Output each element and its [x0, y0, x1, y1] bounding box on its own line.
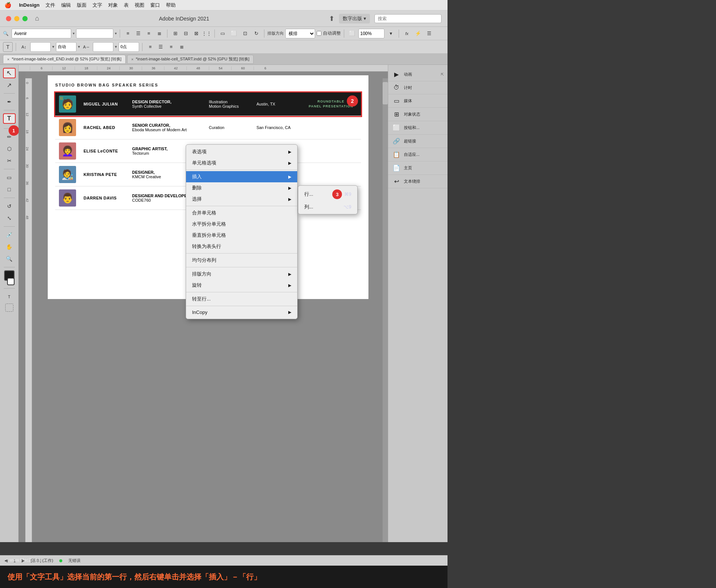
more-icon[interactable]: ☰ — [424, 29, 434, 38]
rp-text-wrap[interactable]: ↩ 文本绕排 — [388, 175, 448, 188]
cm-delete[interactable]: 删除 ▶ — [186, 182, 297, 194]
cm-distribute-cols[interactable]: 均匀分布列 — [186, 255, 297, 266]
menu-layout[interactable]: 版面 — [77, 2, 87, 9]
menu-view[interactable]: 视图 — [135, 2, 144, 9]
menu-text[interactable]: 文字 — [92, 2, 102, 9]
close-button[interactable] — [6, 16, 11, 21]
font-family-input[interactable] — [12, 29, 71, 38]
pen-tool[interactable]: ✒ — [3, 97, 16, 107]
tb2-scale-icon[interactable]: A↔ — [82, 42, 91, 52]
scroll-thumb[interactable] — [383, 82, 388, 104]
function-icon[interactable]: fx — [402, 29, 412, 38]
rotate-icon[interactable]: ↻ — [251, 29, 261, 38]
cm-cell-options[interactable]: 单元格选项 ▶ — [186, 157, 297, 169]
cm-merge[interactable]: 合并单元格 — [186, 207, 297, 218]
cm-split-v[interactable]: 垂直拆分单元格 — [186, 230, 297, 241]
menu-table[interactable]: 表 — [124, 2, 129, 9]
transform-icon[interactable]: ⬜ — [347, 29, 357, 38]
text-tool[interactable]: T — [3, 113, 16, 124]
text-frame-icon[interactable]: T — [3, 42, 13, 52]
eyedropper-tool[interactable]: 💉 — [3, 230, 16, 240]
tracking-dropdown[interactable]: ▾ — [78, 44, 80, 49]
rp-animation[interactable]: ▶ 动画 ⇱ — [388, 68, 448, 81]
align-distribute-icon[interactable]: ⊡ — [240, 29, 250, 38]
digital-pub-button[interactable]: 数字出版 ▾ — [339, 14, 370, 23]
minimize-button[interactable] — [14, 16, 19, 21]
rect-tool[interactable]: □ — [3, 184, 16, 195]
upload-icon[interactable]: ⬆ — [329, 15, 335, 23]
align-left-button[interactable]: ≡ — [123, 29, 133, 38]
tab-end-file[interactable]: × *insert-image-table-cell_END.indd @ 52… — [3, 55, 126, 64]
menu-object[interactable]: 对象 — [108, 2, 118, 9]
insert-col-item[interactable]: 列... ⌥9 — [298, 201, 357, 213]
vertical-scrollbar[interactable] — [383, 78, 388, 542]
stroke-color[interactable] — [7, 278, 15, 285]
direct-select-tool[interactable]: ↗ — [3, 80, 16, 90]
rp-buttons[interactable]: ⬜ 按钮和... — [388, 121, 448, 135]
hand-tool[interactable]: ✋ — [3, 242, 16, 252]
cm-direction[interactable]: 排版方向 ▶ — [186, 268, 297, 280]
cm-select[interactable]: 选择 ▶ — [186, 194, 297, 205]
frame-icon[interactable]: ▭ — [218, 29, 227, 38]
tab-start-file[interactable]: × *insert-image-table-cell_START.indd @ … — [127, 55, 254, 64]
preview-mode[interactable]: T — [3, 292, 16, 302]
font-size-input[interactable] — [76, 29, 113, 38]
cm-incopy[interactable]: InCopy ▶ — [186, 307, 297, 317]
para-left-icon[interactable]: ≡ — [145, 42, 155, 52]
apple-menu[interactable]: 🍎 — [4, 2, 12, 9]
menu-help[interactable]: 帮助 — [166, 2, 176, 9]
baseline-input[interactable] — [119, 42, 139, 52]
align-right-button[interactable]: ≡ — [144, 29, 154, 38]
scale-tool[interactable]: ⤡ — [3, 213, 16, 223]
scale-input[interactable] — [93, 42, 113, 52]
cm-insert[interactable]: 插入 ▶ 行... 3 ⌘9 列... ⌥9 — [186, 171, 297, 182]
menu-window[interactable]: 窗口 — [150, 2, 160, 9]
insert-row-item[interactable]: 行... 3 ⌘9 — [298, 187, 357, 201]
rp-auto-adapt[interactable]: 📋 自适应... — [388, 148, 448, 161]
para-center-icon[interactable]: ☰ — [156, 42, 166, 52]
cm-split-h[interactable]: 水平拆分单元格 — [186, 218, 297, 230]
menu-edit[interactable]: 编辑 — [61, 2, 71, 9]
cm-goto-row[interactable]: 转至行... — [186, 293, 297, 305]
leading-input[interactable] — [30, 42, 51, 52]
align-justify-button[interactable]: ≣ — [154, 29, 164, 38]
grid-view3-icon[interactable]: ⊠ — [191, 29, 201, 38]
grid-view-icon[interactable]: ⊞ — [170, 29, 180, 38]
para-justify-icon[interactable]: ≣ — [177, 42, 186, 52]
cm-convert-header[interactable]: 转换为表头行 — [186, 241, 297, 252]
eraser-tool[interactable]: ⬡ — [3, 144, 16, 154]
auto-adjust-checkbox[interactable] — [317, 31, 321, 36]
grid-view2-icon[interactable]: ⊟ — [181, 29, 191, 38]
scale-dropdown[interactable]: ▾ — [115, 44, 117, 49]
rp-media[interactable]: ▭ 媒体 — [388, 94, 448, 108]
rp-master-pages[interactable]: 📄 主页 — [388, 161, 448, 175]
cm-table-options[interactable]: 表选项 ▶ — [186, 146, 297, 157]
rect-frame-tool[interactable]: ▭ — [3, 172, 16, 183]
rp-object-states[interactable]: ⊞ 对象状态 — [388, 108, 448, 121]
zoom-input[interactable] — [358, 29, 384, 38]
direction-select[interactable]: 横排 竖排 — [285, 29, 315, 38]
grid-view4-icon[interactable]: ⋮⋮ — [202, 29, 211, 38]
search-input[interactable] — [374, 14, 442, 23]
select-tool[interactable]: ↖ — [3, 68, 16, 78]
leading-dropdown[interactable]: ▾ — [52, 44, 54, 49]
menu-file[interactable]: 文件 — [45, 2, 55, 9]
home-icon[interactable]: ⌂ — [35, 15, 39, 22]
tb2-size-icon[interactable]: A↕ — [19, 42, 29, 52]
zoom-chevron-icon[interactable]: ▾ — [386, 29, 396, 38]
cm-rotate[interactable]: 旋转 ▶ — [186, 280, 297, 291]
align-center-button[interactable]: ☰ — [134, 29, 143, 38]
tab-close2-icon[interactable]: × — [131, 57, 134, 62]
zoom-tool[interactable]: 🔍 — [3, 254, 16, 264]
flash-icon[interactable]: ⚡ — [413, 29, 423, 38]
bleed-mode[interactable] — [5, 304, 13, 312]
rotate-tool[interactable]: ↺ — [3, 201, 16, 211]
rp-timing[interactable]: ⏱ 计时 — [388, 81, 448, 94]
rp-hyperlinks[interactable]: 🔗 超链接 — [388, 135, 448, 148]
tab-close-icon[interactable]: × — [7, 57, 9, 62]
tracking-input[interactable] — [56, 42, 76, 52]
scissor-tool[interactable]: ✂ — [3, 155, 16, 166]
frame2-icon[interactable]: ⬜ — [229, 29, 239, 38]
para-right-icon[interactable]: ≡ — [166, 42, 176, 52]
maximize-button[interactable] — [22, 16, 28, 21]
